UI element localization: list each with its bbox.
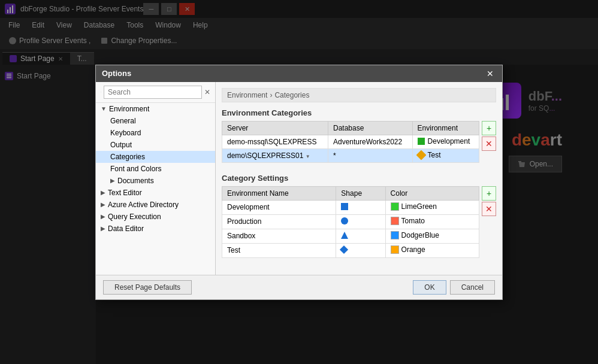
cat-row-development[interactable]: Development LimeGreen (222, 200, 479, 214)
cat-shape-prod (336, 214, 385, 229)
category-settings-table: Environment Name Shape Color Development (222, 186, 479, 258)
dialog-title-bar: Options ✕ (96, 65, 502, 82)
cat-shape-sandbox (336, 229, 385, 243)
col-server: Server (222, 121, 328, 135)
cat-row-test[interactable]: Test Orange (222, 243, 479, 257)
expand-query-icon: ▶ (101, 213, 105, 220)
circle-shape-icon (341, 217, 348, 225)
env-row1-server: demo-mssql\SQLEXPRESS (222, 135, 328, 148)
env-row-2[interactable]: demo\SQLEXPRESS01 ▼ * Test (222, 148, 479, 162)
env-categories-table-area: Server Database Environment demo-mssql\S… (222, 121, 496, 166)
col-environment: Environment (412, 121, 479, 135)
cat-shape-test (336, 243, 385, 257)
cat-color-prod: Tomato (385, 214, 479, 229)
env-row1-environment: Development (412, 135, 479, 148)
ok-button[interactable]: OK (413, 280, 446, 295)
search-icon (101, 89, 101, 96)
env-row2-server: demo\SQLEXPRESS01 ▼ (222, 148, 328, 162)
tree-node-output[interactable]: Output (96, 139, 215, 151)
cat-table-actions: + ✕ (482, 186, 496, 262)
category-settings-table-area: Environment Name Shape Color Development (222, 186, 496, 262)
color-limegreen: LimeGreen (391, 202, 437, 211)
env-orange-dot (416, 150, 426, 160)
category-settings-title: Category Settings (222, 174, 496, 183)
env-categories-table: Server Database Environment demo-mssql\S… (222, 121, 479, 163)
env-table-actions: + ✕ (482, 121, 496, 166)
dialog-footer: Reset Page Defaults OK Cancel (96, 275, 502, 299)
dialog-close-button[interactable]: ✕ (484, 69, 496, 78)
server-dropdown-arrow[interactable]: ▼ (306, 154, 310, 159)
env-add-button[interactable]: + (482, 121, 496, 135)
cat-add-button[interactable]: + (482, 186, 496, 201)
cat-color-test: Orange (385, 243, 479, 257)
content-panel: Environment › Categories Environment Cat… (216, 82, 502, 275)
env-indicator-dev: Development (418, 137, 470, 145)
tree-node-environment[interactable]: ▼ Environment (96, 103, 215, 115)
tree-node-font-colors[interactable]: Font and Colors (96, 163, 215, 175)
tree-node-general[interactable]: General (96, 115, 215, 127)
color-dodgerblue: DodgerBlue (391, 231, 439, 239)
limegreen-swatch (391, 202, 399, 211)
dialog-body: ✕ ▼ Environment General Keyboard Output (96, 82, 502, 275)
env-row2-database: * (328, 148, 412, 162)
tomato-swatch (391, 217, 399, 225)
breadcrumb: Environment › Categories (222, 88, 496, 102)
dialog-overlay: Options ✕ ✕ ▼ Environment General (0, 0, 598, 364)
expand-azure-icon: ▶ (101, 201, 105, 208)
diamond-shape-icon (340, 245, 348, 254)
expand-documents-icon: ▶ (110, 177, 115, 184)
cat-color-dev: LimeGreen (385, 200, 479, 214)
reset-defaults-button[interactable]: Reset Page Defaults (103, 280, 192, 295)
cat-remove-button[interactable]: ✕ (482, 202, 496, 216)
col-color: Color (385, 186, 479, 200)
tree-node-azure-ad[interactable]: ▶ Azure Active Directory (96, 199, 215, 211)
tree-node-categories[interactable]: Categories (96, 151, 215, 163)
cat-name-sandbox: Sandbox (222, 229, 336, 243)
env-row1-database: AdventureWorks2022 (328, 135, 412, 148)
col-env-name: Environment Name (222, 186, 336, 200)
col-shape: Shape (336, 186, 385, 200)
search-input[interactable] (104, 86, 202, 99)
dialog-title: Options (102, 69, 131, 78)
svg-point-15 (101, 92, 101, 92)
tree-node-documents[interactable]: ▶ Documents (96, 175, 215, 187)
square-shape-icon (341, 203, 348, 210)
color-orange: Orange (391, 245, 425, 254)
search-box: ✕ (96, 82, 215, 103)
orange-swatch (391, 245, 399, 254)
expand-text-editor-icon: ▶ (101, 189, 105, 196)
tree-panel: ✕ ▼ Environment General Keyboard Output (96, 82, 216, 275)
expand-data-editor-icon: ▶ (101, 225, 105, 232)
tree-node-data-editor[interactable]: ▶ Data Editor (96, 223, 215, 235)
color-tomato: Tomato (391, 217, 425, 225)
cat-row-sandbox[interactable]: Sandbox DodgerBlue (222, 229, 479, 243)
options-dialog: Options ✕ ✕ ▼ Environment General (95, 65, 503, 300)
cat-shape-dev (336, 200, 385, 214)
expand-environment-icon: ▼ (101, 105, 107, 112)
footer-ok-cancel: OK Cancel (413, 280, 495, 295)
env-remove-button[interactable]: ✕ (482, 136, 496, 151)
tree-node-text-editor[interactable]: ▶ Text Editor (96, 187, 215, 199)
dodgerblue-swatch (391, 231, 399, 239)
cat-name-test: Test (222, 243, 336, 257)
col-database: Database (328, 121, 412, 135)
search-clear-button[interactable]: ✕ (204, 88, 210, 96)
env-row2-environment: Test (412, 148, 479, 162)
cat-row-production[interactable]: Production Tomato (222, 214, 479, 229)
cat-name-dev: Development (222, 200, 336, 214)
tree-node-query-execution[interactable]: ▶ Query Execution (96, 211, 215, 223)
triangle-shape-icon (341, 232, 348, 239)
cancel-button[interactable]: Cancel (450, 280, 495, 295)
cat-color-sandbox: DodgerBlue (385, 229, 479, 243)
tree-node-keyboard[interactable]: Keyboard (96, 127, 215, 139)
env-green-dot (418, 138, 425, 145)
env-categories-title: Environment Categories (222, 108, 496, 117)
env-row-1[interactable]: demo-mssql\SQLEXPRESS AdventureWorks2022… (222, 135, 479, 148)
cat-name-prod: Production (222, 214, 336, 229)
env-indicator-test: Test (418, 151, 441, 159)
